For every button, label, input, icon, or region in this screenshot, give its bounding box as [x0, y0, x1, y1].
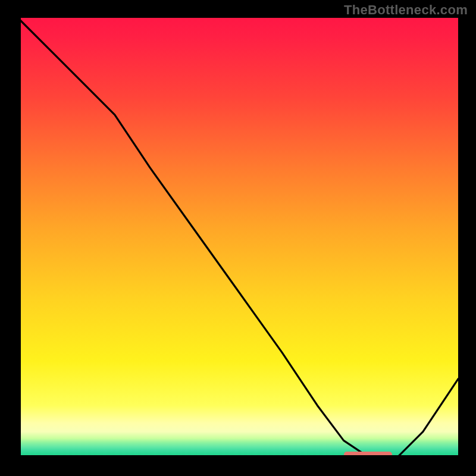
plot-container [18, 18, 458, 458]
watermark-text: TheBottleneck.com [344, 2, 468, 18]
bottleneck-curve [18, 18, 458, 458]
optimum-marker [344, 452, 392, 458]
curve-path [18, 18, 458, 458]
chart-frame: TheBottleneck.com [0, 0, 476, 476]
